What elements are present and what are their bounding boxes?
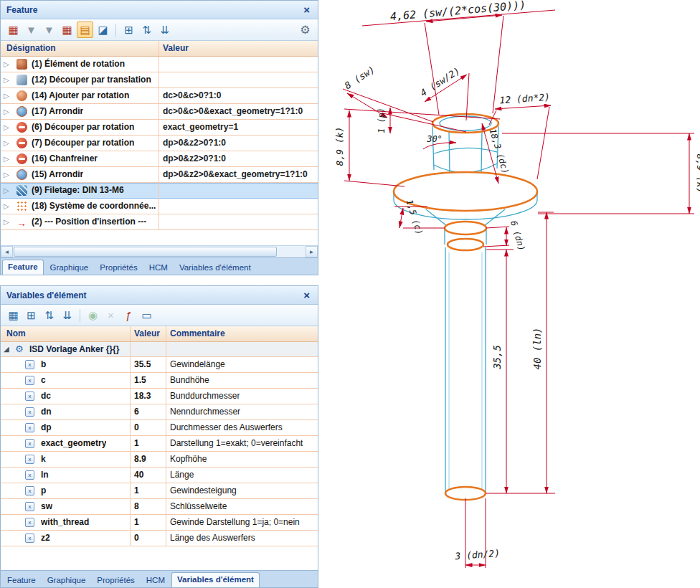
- feature-protocol-button[interactable]: ▤: [77, 22, 93, 38]
- feature-value: dc>0&c>0&exact_geometry=1?1:0: [163, 104, 303, 119]
- scrollbar-track[interactable]: [13, 246, 306, 257]
- expand-tree-button[interactable]: ⊞: [120, 22, 137, 38]
- add-rotation-icon: [16, 90, 27, 101]
- variables-panel-tabs: Feature Graphique Propriétés HCM Variabl…: [1, 570, 318, 587]
- variable-icon: x: [25, 455, 34, 464]
- expand-chevron-icon[interactable]: [4, 72, 12, 87]
- feature-row[interactable]: (7) Découper par rotation dp>0&z2>0?1:0: [1, 136, 318, 151]
- variable-row[interactable]: x sw 8 Schlüsselweite: [1, 499, 318, 515]
- column-header-commentaire[interactable]: Commentaire: [170, 326, 225, 341]
- sort-ascending-button[interactable]: ⇅: [41, 307, 57, 323]
- feature-table-header: Désignation Valeur: [1, 41, 318, 57]
- variable-value: 1: [134, 515, 139, 530]
- tab-proprietes[interactable]: Propriétés: [95, 261, 142, 275]
- tab-graphique[interactable]: Graphique: [45, 261, 94, 275]
- scrollbar-thumb[interactable]: [14, 247, 277, 257]
- thread-highlight-circles: [394, 114, 537, 500]
- variable-row[interactable]: x p 1 Gewindesteigung: [1, 483, 318, 499]
- variable-row[interactable]: x c 1.5 Bundhöhe: [1, 373, 318, 389]
- tab-variables-delement[interactable]: Variables d'élément: [174, 261, 256, 275]
- expand-chevron-icon[interactable]: [4, 88, 12, 103]
- expand-chevron-icon[interactable]: [4, 104, 12, 119]
- export-feature-button[interactable]: ▼: [23, 22, 39, 38]
- feature-row-selected[interactable]: (9) Filetage: DIN 13-M6: [1, 183, 318, 199]
- expand-chevron-icon[interactable]: [4, 120, 12, 135]
- feature-label: (6) Découper par rotation: [32, 120, 134, 135]
- horizontal-scrollbar[interactable]: ◄ ►: [1, 245, 318, 257]
- feature-row[interactable]: (17) Arrondir dc>0&c>0&exact_geometry=1?…: [1, 104, 318, 120]
- variable-row[interactable]: x dn 6 Nenndurchmesser: [1, 404, 318, 420]
- expand-chevron-icon[interactable]: [4, 214, 12, 229]
- apply-variable-button[interactable]: ◉: [85, 307, 101, 323]
- column-header-valeur[interactable]: Valeur: [134, 326, 160, 341]
- table-view-button[interactable]: ▦: [5, 307, 22, 323]
- scroll-right-button[interactable]: ►: [306, 246, 318, 257]
- tab-feature[interactable]: Feature: [2, 260, 44, 275]
- expand-chevron-icon[interactable]: [4, 167, 12, 182]
- feature-value: exact_geometry=1: [163, 120, 238, 135]
- tab-hcm[interactable]: HCM: [144, 261, 173, 275]
- feature-label: (16) Chanfreiner: [32, 151, 98, 166]
- feature-row[interactable]: (1) Élément de rotation: [1, 57, 318, 72]
- delete-variable-button[interactable]: ×: [103, 307, 119, 323]
- expand-chevron-icon[interactable]: [4, 183, 12, 198]
- expand-chevron-icon[interactable]: [4, 57, 12, 72]
- tab-graphique[interactable]: Graphique: [42, 574, 91, 587]
- feature-row[interactable]: (12) Découper par translation: [1, 72, 318, 88]
- column-header-valeur[interactable]: Valeur: [163, 41, 189, 56]
- formula-editor-button[interactable]: ƒ: [120, 307, 137, 323]
- feature-row[interactable]: (15) Arrondir dp>0&z2>0&exact_geometry=1…: [1, 167, 318, 183]
- sort-ascending-button[interactable]: ⇅: [138, 22, 155, 38]
- variable-value: 18.3: [134, 389, 151, 404]
- copy-feature-button[interactable]: ▼: [41, 22, 57, 38]
- feature-row[interactable]: (16) Chanfreiner dp>0&z2>0?1:0: [1, 151, 318, 167]
- paste-feature-button[interactable]: ▦: [5, 22, 22, 38]
- expand-chevron-icon[interactable]: [4, 136, 12, 151]
- variable-value: 40: [134, 468, 143, 483]
- column-header-designation[interactable]: Désignation: [6, 41, 56, 56]
- feature-marker-button[interactable]: ◪: [95, 22, 111, 38]
- sort-descending-button[interactable]: ⇊: [156, 22, 173, 38]
- feature-panel-tabs: Feature Graphique Propriétés HCM Variabl…: [1, 257, 318, 275]
- variable-name: dn: [41, 404, 52, 419]
- expand-chevron-icon[interactable]: [4, 151, 12, 166]
- variable-editor-button[interactable]: ▭: [138, 307, 155, 323]
- variable-row[interactable]: x z2 0 Länge des Auswerfers: [1, 531, 318, 546]
- cad-viewport[interactable]: 4,62 (sw/(2*cos(30))) 8 (sw) 4 (sw/2) 1 …: [318, 0, 700, 588]
- feature-label: (15) Arrondir: [32, 167, 83, 182]
- collapse-chevron-icon[interactable]: [4, 342, 12, 356]
- dimension-label: 8,9 (k): [695, 154, 700, 194]
- variable-group-row[interactable]: ⚙ ISD Vorlage Anker {}{}: [1, 342, 318, 357]
- variables-panel-titlebar: Variables d'élément ×: [1, 286, 318, 305]
- settings-gear-icon[interactable]: ⚙: [297, 22, 313, 38]
- variable-row[interactable]: x k 8.9 Kopfhöhe: [1, 452, 318, 468]
- tab-feature[interactable]: Feature: [2, 574, 41, 587]
- close-icon[interactable]: ×: [301, 289, 312, 301]
- variable-comment: Bundhöhe: [170, 373, 209, 388]
- variable-row[interactable]: x dp 0 Durchmesser des Auswerfers: [1, 420, 318, 436]
- variable-row[interactable]: x dc 18.3 Bunddurchmesser: [1, 389, 318, 404]
- variable-row[interactable]: x b 35.5 Gewindelänge: [1, 357, 318, 373]
- feature-row[interactable]: (18) Système de coordonnée...: [1, 199, 318, 214]
- feature-row[interactable]: (2) --- Position d'insertion ---: [1, 214, 318, 230]
- column-header-nom[interactable]: Nom: [6, 326, 26, 341]
- tab-hcm[interactable]: HCM: [141, 574, 170, 587]
- feature-row[interactable]: (6) Découper par rotation exact_geometry…: [1, 120, 318, 136]
- feature-label: (2) --- Position d'insertion ---: [32, 214, 146, 229]
- scroll-left-button[interactable]: ◄: [1, 246, 13, 257]
- sort-descending-button[interactable]: ⇊: [59, 307, 75, 323]
- import-feature-button[interactable]: ▦: [59, 22, 75, 38]
- variable-row[interactable]: x ln 40 Länge: [1, 468, 318, 483]
- close-icon[interactable]: ×: [301, 4, 312, 16]
- tab-variables-delement[interactable]: Variables d'élément: [171, 572, 260, 587]
- expand-tree-button[interactable]: ⊞: [23, 307, 39, 323]
- tab-proprietes[interactable]: Propriétés: [92, 574, 139, 587]
- variable-row[interactable]: x exact_geometry 1 Darstellung 1=exakt; …: [1, 436, 318, 452]
- variable-icon: x: [25, 423, 34, 432]
- expand-chevron-icon[interactable]: [4, 199, 12, 214]
- variable-icon: x: [25, 486, 34, 495]
- feature-toolbar: ▦ ▼ ▼ ▦ ▤ ◪ ⊞ ⇅ ⇊ ⚙: [1, 19, 318, 41]
- variable-row[interactable]: x with_thread 1 Gewinde Darstellung 1=ja…: [1, 515, 318, 531]
- feature-row[interactable]: (14) Ajouter par rotation dc>0&c>0?1:0: [1, 88, 318, 104]
- feature-panel: Feature × ▦ ▼ ▼ ▦ ▤ ◪ ⊞ ⇅ ⇊ ⚙ Désignatio…: [0, 0, 318, 275]
